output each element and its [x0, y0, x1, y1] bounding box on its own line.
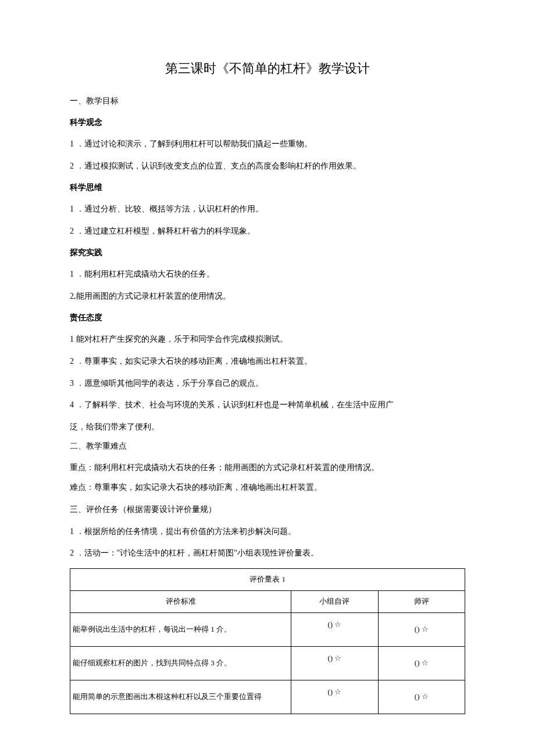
difficulty-text: 难点：尊重事实，如实记录大石块的移动距离，准确地画出杠杆装置。 [70, 481, 465, 495]
heading-attitude: 责任态度 [70, 311, 465, 324]
criteria-cell: 能仔细观察杠杆的图片，找到共同特点得 3 介。 [70, 646, 291, 680]
section-2-label: 二、教学重难点 [70, 440, 465, 453]
attitude-item-2: 2 ．尊重事实，如实记录大石块的移动距离，准确地画出杠杆装置。 [70, 354, 465, 368]
teacher-rating-cell: () ☆ [378, 680, 465, 714]
table-header-row: 评价标准 小组自评 师评 [70, 591, 465, 613]
practice-item-1: 1 ．能利用杠杆完成撬动大石块的任务。 [70, 267, 465, 281]
evaluation-table: 评价量表 1 评价标准 小组自评 师评 能举例说出生活中的杠杆，每说出一种得 1… [70, 568, 465, 714]
heading-thinking: 科学思维 [70, 181, 465, 194]
thinking-item-2: 2 ．通过建立杠杆模型，解释杠杆省力的科学现象。 [70, 224, 465, 238]
concept-item-1: 1 ．通过讨论和演示，了解到利用杠杆可以帮助我们撬起一些重物。 [70, 137, 465, 151]
table-row: 能仔细观察杠杆的图片，找到共同特点得 3 介。 () ☆ () ☆ [70, 646, 465, 680]
section-3-label: 三、评价任务（根据需要设计评价量规） [70, 503, 465, 517]
table-row: 能用简单的示意图画出木棍这种杠杆以及三个重要位置得 () ☆ () ☆ [70, 680, 465, 714]
eval-item-1: 1 ．根据所给的任务情境，提出有价值的方法来初步解决问题。 [70, 525, 465, 539]
attitude-item-4b: 泛，给我们带来了便利。 [70, 420, 465, 434]
thinking-item-1: 1 ．通过分析、比较、概括等方法，认识杠杆的作用。 [70, 202, 465, 216]
attitude-item-4: 4 ．了解科学、技术、社会与环境的关系，认识到杠杆也是一种简单机械，在生活中应用… [70, 398, 465, 412]
table-caption-row: 评价量表 1 [70, 569, 465, 591]
self-rating-cell: () ☆ [291, 680, 378, 714]
practice-item-2: 2,能用画图的方式记录杠杆装置的使用情况。 [70, 289, 465, 303]
col-header-self: 小组自评 [291, 591, 378, 613]
criteria-cell: 能举例说出生活中的杠杆，每说出一种得 1 介。 [70, 612, 291, 646]
table-caption: 评价量表 1 [70, 569, 465, 591]
keypoint-text: 重点：能利用杠杆完成撬动大石块的任务；能用画图的方式记录杠杆装置的使用情况。 [70, 461, 465, 475]
self-rating-cell: () ☆ [291, 612, 378, 646]
criteria-cell: 能用简单的示意图画出木棍这种杠杆以及三个重要位置得 [70, 680, 291, 714]
attitude-item-3: 3 ．愿意倾听其他同学的表达，乐于分享自己的观点。 [70, 377, 465, 390]
table-row: 能举例说出生活中的杠杆，每说出一种得 1 介。 () ☆ () ☆ [70, 612, 465, 646]
col-header-teacher: 师评 [378, 591, 465, 613]
self-rating-cell: () ☆ [291, 646, 378, 680]
page-title: 第三课时《不简单的杠杆》教学设计 [70, 58, 465, 78]
concept-item-2: 2 ．通过模拟测试，认识到改变支点的位置、支点的高度会影响杠杆的作用效果。 [70, 159, 465, 173]
eval-item-2: 2 ．活动一："讨论生活中的杠杆，画杠杆简图"小组表现性评价量表。 [70, 546, 465, 560]
teacher-rating-cell: () ☆ [378, 646, 465, 680]
teacher-rating-cell: () ☆ [378, 612, 465, 646]
col-header-criteria: 评价标准 [70, 591, 291, 613]
heading-concept: 科学观念 [70, 116, 465, 129]
attitude-item-1: 1 能对杠杆产生探究的兴趣，乐于和同学合作完成模拟测试。 [70, 332, 465, 346]
section-1-label: 一、教学目标 [70, 95, 465, 108]
heading-practice: 探究实践 [70, 246, 465, 259]
